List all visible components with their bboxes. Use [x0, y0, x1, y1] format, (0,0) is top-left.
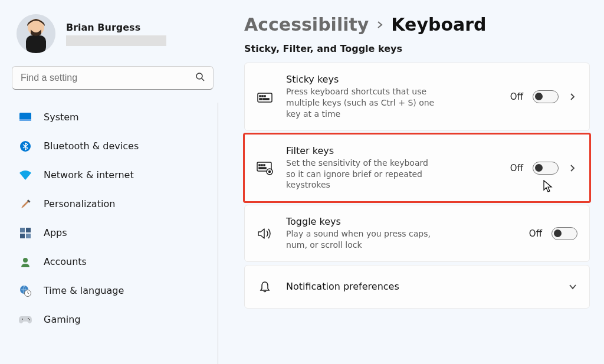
keyboard-gear-icon: [257, 160, 273, 176]
card-title: Sticky keys: [286, 74, 493, 85]
card-notification-preferences[interactable]: Notification preferences: [244, 265, 590, 309]
gamepad-icon: [19, 313, 32, 326]
sidebar-item-personalization[interactable]: Personalization: [12, 189, 214, 218]
breadcrumb: Accessibility Keyboard: [244, 14, 590, 35]
sound-icon: [257, 225, 273, 242]
search-icon: [195, 72, 205, 84]
globe-clock-icon: [19, 284, 32, 297]
svg-rect-28: [264, 165, 265, 166]
svg-point-18: [29, 319, 30, 320]
user-email-redacted: [66, 35, 166, 46]
user-name: Brian Burgess: [66, 22, 166, 33]
search-box[interactable]: [12, 66, 214, 90]
svg-rect-27: [261, 165, 262, 166]
section-title: Sticky, Filter, and Toggle keys: [244, 43, 590, 54]
toggle-switch[interactable]: [533, 162, 559, 175]
svg-point-31: [269, 170, 271, 172]
toggle-state-label: Off: [510, 91, 523, 102]
toggle-state-label: Off: [529, 228, 542, 239]
breadcrumb-parent[interactable]: Accessibility: [244, 14, 369, 35]
sidebar-item-label: Accounts: [44, 256, 87, 267]
sidebar-item-time[interactable]: Time & language: [12, 276, 214, 305]
svg-rect-21: [262, 96, 263, 97]
card-desc: Play a sound when you press caps, num, o…: [286, 228, 439, 251]
chevron-right-icon: [376, 18, 384, 32]
chevron-right-icon[interactable]: [568, 92, 577, 101]
toggle-state-label: Off: [510, 163, 523, 173]
sidebar-item-bluetooth[interactable]: Bluetooth & devices: [12, 132, 214, 160]
sidebar-item-label: Time & language: [44, 285, 124, 296]
sidebar-item-label: Bluetooth & devices: [44, 140, 139, 152]
svg-point-13: [23, 258, 28, 263]
mouse-cursor-icon: [543, 180, 554, 195]
bluetooth-icon: [19, 140, 32, 153]
toggle-switch[interactable]: [533, 90, 559, 103]
sidebar-item-accounts[interactable]: Accounts: [12, 247, 214, 276]
svg-rect-11: [20, 234, 25, 238]
svg-rect-29: [259, 168, 266, 169]
card-title: Toggle keys: [286, 216, 511, 227]
breadcrumb-current: Keyboard: [391, 14, 486, 35]
sidebar-item-label: Personalization: [44, 198, 115, 209]
card-filter-keys[interactable]: Filter keys Set the sensitivity of the k…: [244, 134, 590, 202]
sidebar: Brian Burgess System Bluetooth & devi: [0, 0, 224, 364]
apps-icon: [19, 227, 32, 240]
content: Accessibility Keyboard Sticky, Filter, a…: [224, 0, 604, 364]
sidebar-item-label: Apps: [44, 227, 67, 238]
display-icon: [19, 111, 32, 124]
svg-rect-9: [20, 228, 25, 232]
svg-rect-22: [264, 96, 265, 97]
svg-point-17: [28, 318, 29, 319]
svg-rect-6: [19, 119, 31, 121]
card-title: Filter keys: [286, 145, 493, 156]
chevron-down-icon[interactable]: [568, 282, 577, 291]
svg-line-4: [202, 78, 204, 81]
svg-rect-26: [259, 165, 260, 166]
sidebar-item-gaming[interactable]: Gaming: [12, 305, 214, 334]
paintbrush-icon: [19, 198, 32, 211]
search-input[interactable]: [21, 73, 191, 83]
sidebar-item-label: Gaming: [44, 314, 81, 325]
keyboard-icon: [257, 88, 273, 105]
card-title: Notification preferences: [286, 281, 550, 292]
sidebar-item-system[interactable]: System: [12, 103, 214, 132]
card-sticky-keys[interactable]: Sticky keys Press keyboard shortcuts tha…: [244, 63, 590, 131]
chevron-right-icon[interactable]: [568, 163, 577, 173]
sidebar-item-label: Network & internet: [44, 169, 134, 181]
avatar: [17, 14, 55, 53]
svg-rect-19: [258, 93, 272, 102]
card-toggle-keys[interactable]: Toggle keys Play a sound when you press …: [244, 205, 590, 262]
wifi-icon: [19, 169, 32, 182]
svg-point-3: [196, 73, 202, 79]
toggle-switch[interactable]: [552, 227, 577, 240]
sidebar-item-apps[interactable]: Apps: [12, 218, 214, 247]
card-desc: Press keyboard shortcuts that use multip…: [286, 86, 439, 120]
svg-rect-10: [26, 228, 31, 232]
card-desc: Set the sensitivity of the keyboard so i…: [286, 158, 439, 191]
bell-icon: [257, 278, 273, 295]
nav-list: System Bluetooth & devices Network & int…: [12, 103, 218, 364]
svg-point-16: [22, 319, 23, 320]
svg-rect-23: [260, 99, 262, 100]
svg-rect-2: [26, 35, 46, 53]
sidebar-item-label: System: [44, 112, 79, 123]
profile-block[interactable]: Brian Burgess: [12, 11, 218, 64]
svg-rect-24: [263, 99, 269, 100]
svg-rect-12: [26, 234, 31, 238]
svg-rect-20: [260, 96, 261, 97]
sidebar-item-network[interactable]: Network & internet: [12, 160, 214, 189]
person-icon: [19, 255, 32, 268]
